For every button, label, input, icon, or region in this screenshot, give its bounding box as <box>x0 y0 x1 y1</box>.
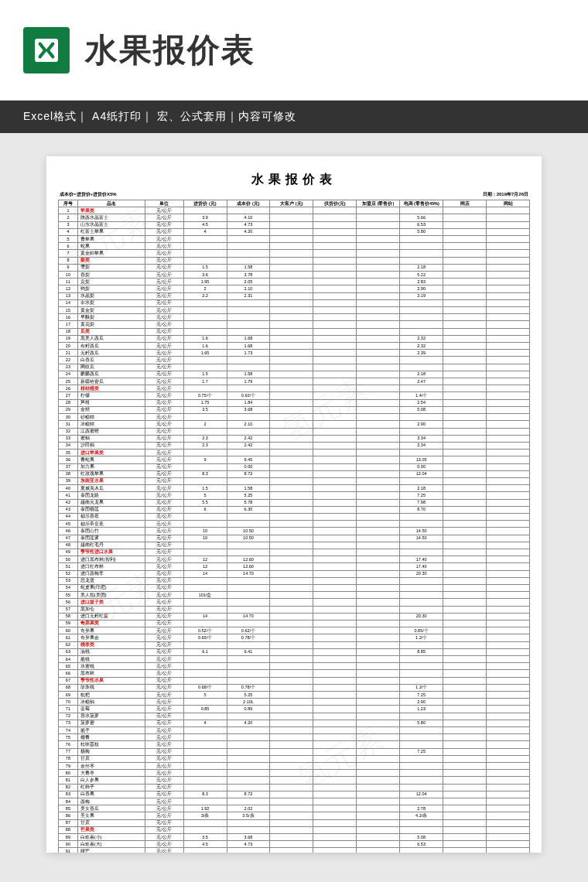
data-cell <box>313 549 357 556</box>
data-cell <box>357 272 400 279</box>
data-cell: 8.3 <box>183 791 227 798</box>
data-cell: 15 <box>59 307 78 314</box>
data-cell <box>270 812 313 819</box>
data-cell <box>227 713 270 720</box>
category-cell: 苹果类 <box>77 207 145 214</box>
data-cell <box>357 656 400 663</box>
data-cell <box>357 299 400 306</box>
data-cell: 89 <box>59 834 78 841</box>
data-cell <box>227 663 270 670</box>
data-cell <box>487 784 530 791</box>
data-cell <box>313 392 357 399</box>
data-cell <box>357 307 400 314</box>
table-row: 83白香果元/公斤8.38.7212.04 <box>59 791 530 798</box>
data-cell <box>357 748 400 755</box>
product-name-cell: 红玫瑰苹果 <box>77 470 145 477</box>
data-cell: 元/公斤 <box>145 428 183 435</box>
product-name-cell: 菠萝蜜 <box>77 720 145 726</box>
data-cell: 1.68 <box>227 335 270 342</box>
data-cell <box>313 692 357 699</box>
data-cell: 44 <box>59 513 78 520</box>
product-name-cell: 白欢喜(大) <box>77 841 145 848</box>
product-name-cell: 红柿子 <box>77 784 145 791</box>
data-cell <box>357 741 400 748</box>
data-cell <box>357 584 400 591</box>
data-cell: 4.10 <box>227 214 270 221</box>
data-cell: 元/公斤 <box>145 563 183 570</box>
data-cell <box>313 321 357 328</box>
data-cell <box>443 812 487 819</box>
data-cell: 元/公斤 <box>145 314 183 321</box>
data-cell <box>183 670 227 677</box>
data-cell <box>183 699 227 706</box>
data-cell: 元/公斤 <box>145 470 183 477</box>
data-cell: 24 <box>59 371 78 378</box>
data-cell: 1.5 <box>183 264 227 271</box>
data-cell: 80 <box>59 770 78 777</box>
data-cell <box>313 791 357 798</box>
table-row: 42越南火龙果元/公斤5.55.787.98 <box>59 499 530 506</box>
data-cell <box>313 627 357 634</box>
data-cell <box>313 521 357 528</box>
data-cell: 元/公斤 <box>145 521 183 528</box>
data-cell <box>227 777 270 784</box>
data-cell <box>443 848 487 853</box>
data-cell <box>357 805 400 812</box>
data-cell <box>400 243 443 250</box>
data-cell: 26 <box>59 385 78 392</box>
data-cell <box>443 648 487 655</box>
data-cell <box>357 542 400 549</box>
data-cell <box>270 428 313 435</box>
data-cell: 76 <box>59 741 78 748</box>
data-cell <box>357 343 400 350</box>
data-cell <box>357 442 400 449</box>
product-name-cell: 恐龙蛋 <box>77 577 145 584</box>
data-cell <box>400 755 443 762</box>
data-cell <box>357 634 400 641</box>
data-cell <box>357 706 400 713</box>
table-row: 60奇异果元/公斤0.52/个0.62/个0.85/个 <box>59 627 530 634</box>
data-cell <box>270 763 313 770</box>
data-cell <box>227 477 270 484</box>
data-cell: 0.89 <box>227 706 270 713</box>
data-cell <box>357 641 400 648</box>
data-cell <box>227 428 270 435</box>
data-cell <box>270 378 313 385</box>
data-cell <box>443 819 487 826</box>
data-cell <box>487 528 530 535</box>
data-cell: 5.25 <box>227 492 270 499</box>
data-cell <box>227 364 270 371</box>
data-cell: 13 <box>59 292 78 299</box>
data-cell <box>400 236 443 243</box>
data-cell <box>227 677 270 684</box>
data-cell: 40 <box>59 485 78 492</box>
data-cell <box>443 763 487 770</box>
excel-icon <box>23 27 70 74</box>
data-cell <box>313 328 357 335</box>
data-cell <box>400 207 443 214</box>
data-cell: 元/公斤 <box>145 819 183 826</box>
data-cell: 6 <box>183 506 227 513</box>
data-cell: 4 <box>59 228 78 235</box>
data-cell <box>227 414 270 421</box>
data-cell <box>313 734 357 741</box>
data-cell <box>183 677 227 684</box>
data-cell <box>270 470 313 477</box>
data-cell <box>443 299 487 306</box>
data-cell: 81 <box>59 777 78 784</box>
data-cell: 45 <box>59 521 78 528</box>
table-row: 33蜜柚元/公斤2.32.423.34 <box>59 435 530 442</box>
data-cell <box>400 314 443 321</box>
data-cell <box>487 805 530 812</box>
data-cell <box>443 613 487 620</box>
table-row: 86圣女果元/公斤3/条3.5/条4.2/条 <box>59 812 530 819</box>
data-cell <box>183 848 227 853</box>
data-cell <box>270 535 313 542</box>
data-cell <box>313 513 357 520</box>
table-row: 29金桔元/公斤3.53.685.08 <box>59 406 530 413</box>
data-cell: 2.10 <box>227 285 270 292</box>
data-cell <box>270 706 313 713</box>
table-row: 54蛇皮果(印尼)元/公斤 <box>59 584 530 591</box>
data-cell <box>227 784 270 791</box>
data-cell <box>270 343 313 350</box>
